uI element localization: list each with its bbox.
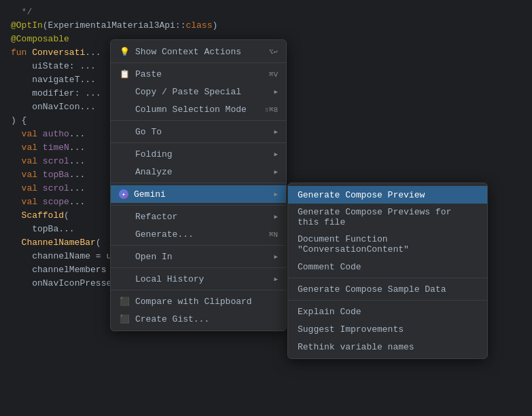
code-line: */ — [0, 5, 532, 19]
menu-separator — [111, 143, 286, 143]
empty-icon — [119, 86, 130, 97]
submenu-item-label: Generate Compose Preview — [298, 190, 425, 200]
menu-item-label: Open In — [135, 252, 173, 262]
arrow-icon — [272, 213, 278, 221]
submenu-item-label: Suggest Improvements — [298, 324, 404, 335]
arrow-icon — [272, 168, 278, 176]
menu-separator — [111, 267, 286, 268]
submenu-item-label: Generate Compose Previews for this file — [298, 207, 478, 227]
gemini-submenu: Generate Compose Preview Generate Compos… — [287, 183, 488, 359]
menu-separator — [111, 290, 286, 290]
arrow-icon — [272, 276, 278, 283]
empty-icon — [119, 273, 130, 284]
arrow-icon — [272, 253, 278, 261]
arrow-icon — [272, 191, 278, 198]
shortcut-display: ⇧⌘8 — [264, 105, 278, 114]
menu-item-compare-clipboard[interactable]: ⬛ Compare with Clipboard — [111, 292, 286, 310]
menu-item-local-history[interactable]: Local History — [111, 270, 286, 288]
menu-item-copy-paste-special[interactable]: Copy / Paste Special — [111, 83, 286, 100]
submenu-item-explain-code[interactable]: Explain Code — [288, 303, 487, 320]
menu-item-label: Refactor — [135, 212, 177, 222]
menu-item-refactor[interactable]: Refactor — [111, 208, 286, 225]
menu-item-go-to[interactable]: Go To — [111, 123, 286, 140]
gemini-icon: ✦ — [119, 189, 128, 199]
menu-item-generate[interactable]: Generate... ⌘N — [111, 225, 286, 243]
empty-icon — [119, 126, 130, 137]
menu-item-label: Gemini — [134, 189, 166, 200]
menu-item-label: Copy / Paste Special — [135, 87, 241, 97]
submenu-item-label: Explain Code — [298, 307, 361, 317]
menu-item-label: Create Gist... — [135, 314, 209, 324]
empty-icon — [119, 211, 130, 222]
submenu-item-rethink-variable[interactable]: Rethink variable names — [288, 338, 487, 356]
shortcut-display: ⌘N — [269, 230, 278, 239]
arrow-icon — [272, 128, 278, 136]
menu-item-label: Column Selection Mode — [135, 105, 247, 115]
empty-icon — [119, 229, 130, 240]
menu-separator — [111, 62, 286, 63]
menu-item-label: Analyze — [135, 167, 173, 177]
submenu-item-suggest-improvements[interactable]: Suggest Improvements — [288, 320, 487, 338]
arrow-icon — [272, 151, 278, 158]
menu-item-label: Paste — [135, 69, 162, 79]
menu-item-label: Show Context Actions — [135, 47, 241, 57]
arrow-icon — [272, 88, 278, 96]
menu-item-column-selection[interactable]: Column Selection Mode ⇧⌘8 — [111, 100, 286, 118]
submenu-separator — [288, 300, 487, 301]
menu-item-label: Local History — [135, 274, 204, 284]
empty-icon — [119, 149, 130, 159]
submenu-item-document-function[interactable]: Document Function "ConversationContent" — [288, 231, 487, 258]
menu-item-label: Go To — [135, 127, 162, 137]
submenu-item-label: Generate Compose Sample Data — [298, 284, 446, 295]
compare-icon: ⬛ — [119, 296, 130, 307]
paste-icon: 📋 — [119, 69, 130, 79]
menu-item-label: Generate... — [135, 229, 194, 240]
empty-icon — [119, 104, 130, 115]
gist-icon: ⬛ — [119, 314, 130, 324]
empty-icon — [119, 251, 130, 262]
empty-icon — [119, 166, 130, 177]
menu-item-folding[interactable]: Folding — [111, 145, 286, 163]
submenu-item-comment-code[interactable]: Comment Code — [288, 258, 487, 276]
submenu-item-label: Comment Code — [298, 262, 361, 272]
shortcut-display: ⌘V — [269, 70, 278, 79]
submenu-item-generate-compose-sample[interactable]: Generate Compose Sample Data — [288, 280, 487, 298]
submenu-separator — [288, 278, 487, 278]
shortcut-display: ⌥↩ — [269, 48, 278, 56]
context-menu: 💡 Show Context Actions ⌥↩ 📋 Paste ⌘V Cop… — [110, 39, 287, 331]
submenu-item-generate-compose-preview[interactable]: Generate Compose Preview — [288, 186, 487, 204]
submenu-item-generate-compose-previews-file[interactable]: Generate Compose Previews for this file — [288, 204, 487, 231]
bulb-icon: 💡 — [119, 46, 130, 57]
submenu-item-label: Rethink variable names — [298, 342, 414, 352]
menu-item-create-gist[interactable]: ⬛ Create Gist... — [111, 310, 286, 328]
menu-separator — [111, 205, 286, 206]
menu-item-paste[interactable]: 📋 Paste ⌘V — [111, 65, 286, 83]
menu-separator — [111, 245, 286, 246]
menu-item-show-context-actions[interactable]: 💡 Show Context Actions ⌥↩ — [111, 43, 286, 60]
menu-item-analyze[interactable]: Analyze — [111, 163, 286, 181]
menu-item-open-in[interactable]: Open In — [111, 248, 286, 265]
menu-item-label: Folding — [135, 149, 173, 159]
submenu-item-label: Document Function "ConversationContent" — [298, 234, 478, 254]
menu-item-gemini[interactable]: ✦ Gemini Generate Compose Preview Genera… — [111, 185, 286, 203]
code-line: @OptIn(ExperimentalMaterial3Api::class) — [0, 19, 532, 33]
menu-separator — [111, 183, 286, 183]
menu-separator — [111, 120, 286, 121]
menu-item-label: Compare with Clipboard — [135, 297, 252, 307]
